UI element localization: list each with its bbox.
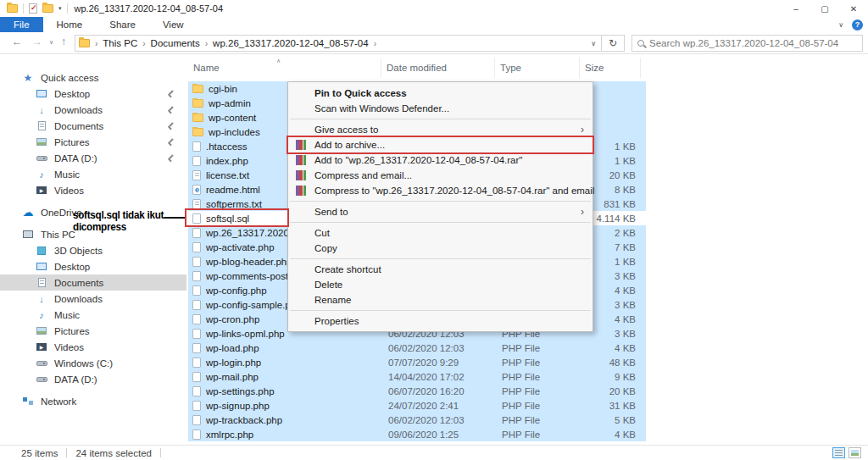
- file-row-wp-signup-php[interactable]: wp-signup.php24/07/2020 2:41PHP File31 K…: [188, 398, 646, 413]
- file-icon: [192, 329, 201, 339]
- file-date-modified: 06/02/2020 12:03: [381, 415, 495, 425]
- column-header-size[interactable]: Size: [580, 58, 641, 78]
- file-name-cell: xmlrpc.php: [188, 430, 381, 440]
- file-row-wp-mail-php[interactable]: wp-mail.php14/04/2020 17:02PHP File9 KB: [188, 369, 646, 384]
- column-headers: Name ∧ Date modified Type Size: [188, 58, 646, 78]
- menu-item-pin-to-quick-access[interactable]: Pin to Quick access: [288, 85, 593, 101]
- up-icon[interactable]: ↑: [61, 36, 66, 47]
- sidebar-item-pictures[interactable]: Pictures: [0, 323, 186, 339]
- file-row-wp-trackback-php[interactable]: wp-trackback.php06/02/2020 12:03PHP File…: [188, 413, 646, 427]
- down-glyph: ↓: [39, 294, 44, 304]
- menu-item-cut[interactable]: Cut: [288, 225, 593, 241]
- column-header-date-modified[interactable]: Date modified: [381, 58, 495, 78]
- sidebar-item-documents[interactable]: Documents: [0, 274, 186, 291]
- menu-item-label: Rename: [314, 295, 351, 305]
- menu-item-scan-with-windows-defender[interactable]: Scan with Windows Defender...: [288, 101, 593, 116]
- menu-item-rename[interactable]: Rename: [288, 292, 593, 308]
- sidebar-item-downloads[interactable]: ↓Downloads: [0, 291, 186, 307]
- search-box[interactable]: Search wp.26_13317.2020-12-04_08-57-04: [632, 35, 863, 52]
- star-glyph: ★: [24, 72, 33, 84]
- column-header-name[interactable]: Name ∧: [188, 58, 381, 78]
- sidebar-item-windows-c-[interactable]: Windows (C:): [0, 355, 186, 371]
- sidebar-item-music[interactable]: ♪Music: [0, 166, 186, 182]
- annotation-label: softsql.sql tidak ikut dicompress: [73, 209, 172, 232]
- minimize-button[interactable]: –: [782, 0, 810, 17]
- file-icon: [192, 141, 201, 152]
- refresh-button[interactable]: ↻: [602, 35, 625, 52]
- back-icon[interactable]: ←: [12, 36, 22, 47]
- recent-locations-icon[interactable]: ∨: [49, 39, 53, 46]
- address-bar[interactable]: ›This PC›Documents›wp.26_13317.2020-12-0…: [75, 35, 602, 52]
- sidebar-item-music[interactable]: ♪Music: [0, 307, 186, 323]
- menu-item-compress-and-email[interactable]: Compress and email...: [288, 168, 593, 183]
- close-button[interactable]: ✕: [839, 0, 868, 17]
- new-folder-icon[interactable]: [42, 4, 53, 13]
- file-row-wp-load-php[interactable]: wp-load.php06/02/2020 12:03PHP File4 KB: [188, 341, 646, 355]
- ribbon-tab-share[interactable]: Share: [96, 17, 149, 32]
- breadcrumb-segment[interactable]: Documents: [147, 38, 203, 48]
- help-icon[interactable]: ?: [852, 19, 863, 30]
- file-row-xmlrpc-php[interactable]: xmlrpc.php09/06/2020 1:25PHP File4 KB: [188, 427, 646, 441]
- ribbon-tab-file[interactable]: File: [0, 17, 43, 32]
- file-icon: [192, 228, 201, 238]
- sidebar-item-videos[interactable]: ▶Videos: [0, 182, 186, 198]
- sidebar-item-data-d-[interactable]: DATA (D:): [0, 150, 186, 166]
- ribbon-tab-view[interactable]: View: [149, 17, 198, 32]
- sidebar-item-desktop[interactable]: Desktop: [0, 258, 186, 274]
- sidebar-item-videos[interactable]: ▶Videos: [0, 339, 186, 355]
- folder-icon: [192, 99, 203, 108]
- video-shape: ▶: [36, 343, 47, 351]
- sidebar-item-desktop[interactable]: Desktop: [0, 86, 186, 102]
- address-dropdown-icon[interactable]: ∨: [591, 40, 596, 47]
- file-date-modified: 06/02/2020 12:03: [381, 343, 495, 353]
- ribbon-tab-home[interactable]: Home: [43, 17, 97, 32]
- breadcrumb-separator-icon: ›: [203, 39, 209, 48]
- breadcrumb-segment[interactable]: This PC: [99, 38, 141, 48]
- file-row-wp-login-php[interactable]: wp-login.php07/07/2020 9:29PHP File48 KB: [188, 355, 646, 369]
- drive-shape: [36, 156, 47, 161]
- sidebar-item-downloads[interactable]: ↓Downloads: [0, 102, 186, 118]
- monitor-shape: [36, 90, 47, 97]
- sidebar-item-documents[interactable]: Documents: [0, 118, 186, 134]
- star-icon: ★: [22, 72, 34, 84]
- sort-ascending-icon[interactable]: ∧: [276, 58, 281, 64]
- page-icon: [36, 121, 47, 130]
- breadcrumb-separator-icon: ›: [141, 39, 147, 48]
- sidebar-item-label: Windows (C:): [54, 358, 113, 369]
- sidebar-gap: [0, 387, 186, 393]
- sidebar-item-pictures[interactable]: Pictures: [0, 134, 186, 150]
- menu-item-delete[interactable]: Delete: [288, 277, 593, 292]
- file-name: wp-trackback.php: [206, 415, 282, 425]
- file-size: 48 KB: [580, 357, 641, 368]
- menu-item-send-to[interactable]: Send to›: [288, 204, 593, 219]
- menu-item-give-access-to[interactable]: Give access to›: [288, 122, 593, 137]
- page-shape: [38, 121, 46, 130]
- details-view-button[interactable]: [832, 447, 845, 458]
- file-name-cell: wp-signup.php: [188, 401, 381, 411]
- breadcrumb-segment[interactable]: wp.26_13317.2020-12-04_08-57-04: [209, 38, 372, 48]
- menu-item-add-to-archive[interactable]: Add to archive...: [288, 137, 593, 152]
- menu-item-copy[interactable]: Copy: [288, 241, 593, 256]
- thumbnail-view-button[interactable]: [849, 447, 861, 458]
- menu-item-properties[interactable]: Properties: [288, 313, 593, 329]
- sidebar-item-3d-objects[interactable]: 3D Objects: [0, 242, 186, 258]
- file-row-wp-settings-php[interactable]: wp-settings.php06/07/2020 16:20PHP File2…: [188, 384, 646, 398]
- file-size: 31 KB: [580, 401, 641, 411]
- menu-item-add-to-wp-26-13317-2020-12-04-08-57-04-rar[interactable]: Add to "wp.26_13317.2020-12-04_08-57-04.…: [288, 152, 593, 168]
- expand-ribbon-icon[interactable]: ∨: [838, 21, 843, 29]
- forward-icon[interactable]: →: [32, 36, 42, 47]
- sidebar-item-data-d-[interactable]: DATA (D:): [0, 371, 186, 387]
- column-header-type[interactable]: Type: [495, 58, 580, 78]
- sidebar-item-quick-access[interactable]: ★Quick access: [0, 69, 186, 86]
- winrar-icon: [296, 140, 307, 150]
- qat-dropdown-icon[interactable]: ▾: [58, 5, 62, 12]
- pic-shape: [36, 327, 47, 335]
- divider: [66, 448, 67, 457]
- maximize-button[interactable]: ▢: [810, 0, 839, 17]
- sidebar-item-label: Videos: [54, 342, 84, 352]
- sidebar-item-network[interactable]: Network: [0, 393, 186, 409]
- menu-item-compress-to-wp-26-13317-2020-12-04-08-57-04-rar-and-email[interactable]: Compress to "wp.26_13317.2020-12-04_08-5…: [288, 183, 593, 198]
- folder-icon: [192, 85, 203, 93]
- properties-icon[interactable]: [29, 3, 37, 14]
- menu-item-create-shortcut[interactable]: Create shortcut: [288, 262, 593, 277]
